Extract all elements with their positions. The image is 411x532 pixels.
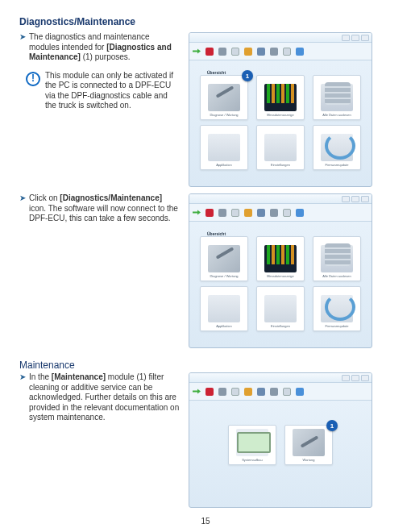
toolbar-settings-button[interactable] [218, 48, 226, 56]
tile-systemaufbau[interactable]: Systemaufbau [228, 425, 276, 465]
bullet-arrow-icon: ➤ [19, 193, 26, 224]
gears-icon [208, 134, 240, 161]
app-body: Übersicht Diagnose / Wartung Messdatenan… [189, 222, 372, 347]
toolbar-cart-button[interactable] [257, 48, 265, 56]
doc-icon [231, 48, 239, 56]
monitor-icon [236, 429, 268, 456]
play-icon [193, 209, 201, 217]
toolbar-help-button[interactable] [296, 388, 304, 396]
tile-einstellungen[interactable]: Einstellungen [256, 286, 305, 331]
stop-icon [206, 48, 214, 56]
toolbar-docs-button[interactable] [283, 388, 291, 396]
play-icon [193, 48, 201, 56]
bullet-item: ➤ Click on [Diagnostics/Maintenance] ico… [19, 193, 181, 224]
toolbar-play-button[interactable] [193, 209, 201, 217]
tile-wartung[interactable]: 1 Wartung [284, 425, 333, 465]
doc-icon [231, 209, 239, 217]
window-close-button[interactable] [361, 35, 369, 41]
help-icon [296, 209, 304, 217]
toolbar-logger-button[interactable] [231, 388, 239, 396]
toolbar-settings-button[interactable] [218, 388, 226, 396]
cart-icon [257, 388, 265, 396]
chart-icon [264, 84, 297, 111]
tile-applikation[interactable]: Applikation [200, 125, 248, 170]
app-window-figure-1: Übersicht 1 Diagnose / Wartung Messdaten… [189, 32, 372, 187]
tile-diagnose[interactable]: Diagnose / Wartung [200, 236, 248, 281]
toolbar-cart-button[interactable] [257, 388, 265, 396]
toolbar-help-button[interactable] [296, 209, 304, 217]
gear-icon [270, 209, 278, 217]
tile-firmware[interactable]: Firmwareupdate [313, 125, 361, 170]
toolbar-gear-button[interactable] [270, 209, 278, 217]
toolbar-tools-button[interactable] [244, 48, 252, 56]
section-heading-maintenance: Maintenance [19, 360, 392, 371]
toolbar-stop-button[interactable] [206, 388, 214, 396]
gear-icon [270, 48, 278, 56]
toolbar-help-button[interactable] [296, 48, 304, 56]
toolbar-tools-button[interactable] [244, 209, 252, 217]
toolbar-docs-button[interactable] [283, 209, 291, 217]
tile-einstellungen[interactable]: Einstellungen [256, 125, 305, 170]
toolbar-play-button[interactable] [193, 388, 201, 396]
toolbar [189, 43, 372, 60]
window-minimize-button[interactable] [342, 35, 350, 41]
gear-icon [218, 388, 226, 396]
bullet-arrow-icon: ➤ [19, 372, 26, 423]
app-window-figure-2: Übersicht Diagnose / Wartung Messdatenan… [189, 193, 372, 348]
tile-alledaten[interactable]: Alle Daten auslesen [313, 75, 361, 120]
window-maximize-button[interactable] [351, 35, 359, 41]
gear-icon [218, 209, 226, 217]
window-titlebar [189, 194, 372, 204]
toolbar [189, 383, 372, 401]
files-icon [264, 295, 297, 322]
window-close-button[interactable] [361, 196, 369, 202]
stop-icon [206, 209, 214, 217]
tile-diagnose[interactable]: 1 Diagnose / Wartung [200, 75, 248, 120]
chart-icon [264, 245, 297, 272]
toolbar-gear-button[interactable] [270, 388, 278, 396]
tool-icon [244, 48, 252, 56]
toolbar-tools-button[interactable] [244, 388, 252, 396]
wrench-icon [208, 245, 240, 272]
tile-alledaten[interactable]: Alle Daten auslesen [313, 236, 361, 281]
toolbar-stop-button[interactable] [206, 48, 214, 56]
toolbar-settings-button[interactable] [218, 209, 226, 217]
app-body: Übersicht 1 Diagnose / Wartung Messdaten… [189, 60, 372, 186]
toolbar-logger-button[interactable] [231, 48, 239, 56]
bullet-arrow-icon: ➤ [19, 32, 26, 63]
play-icon [193, 388, 201, 396]
window-maximize-button[interactable] [351, 196, 359, 202]
doc-icon [283, 388, 291, 396]
section-heading-diagnostics: Diagnostics/Maintenance [19, 16, 392, 27]
window-maximize-button[interactable] [351, 375, 359, 381]
help-icon [296, 48, 304, 56]
toolbar-gear-button[interactable] [270, 48, 278, 56]
tile-messdaten[interactable]: Messdatenanzeige [256, 236, 305, 281]
toolbar-play-button[interactable] [193, 48, 201, 56]
database-icon [321, 245, 353, 272]
toolbar-logger-button[interactable] [231, 209, 239, 217]
toolbar-stop-button[interactable] [206, 209, 214, 217]
tile-firmware[interactable]: Firmwareupdate [313, 286, 361, 331]
window-minimize-button[interactable] [342, 375, 350, 381]
wrench-icon [293, 429, 325, 456]
tile-messdaten[interactable]: Messdatenanzeige [256, 75, 305, 120]
toolbar-cart-button[interactable] [257, 209, 265, 217]
page-number: 15 [0, 517, 411, 526]
gears-icon [208, 295, 240, 322]
window-minimize-button[interactable] [342, 196, 350, 202]
bullet-item: ➤ The diagnostics and maintenance module… [19, 32, 181, 63]
window-close-button[interactable] [361, 375, 369, 381]
gear-icon [270, 388, 278, 396]
toolbar [189, 204, 372, 222]
info-icon: ! [26, 72, 40, 86]
database-icon [321, 84, 353, 111]
bullet-text: Click on [Diagnostics/Maintenance] icon.… [29, 193, 181, 224]
callout-badge: 1 [326, 420, 338, 431]
tile-applikation[interactable]: Applikation [200, 286, 248, 331]
stop-icon [206, 388, 214, 396]
doc-icon [231, 388, 239, 396]
files-icon [264, 134, 297, 161]
toolbar-docs-button[interactable] [283, 48, 291, 56]
gear-icon [218, 48, 226, 56]
